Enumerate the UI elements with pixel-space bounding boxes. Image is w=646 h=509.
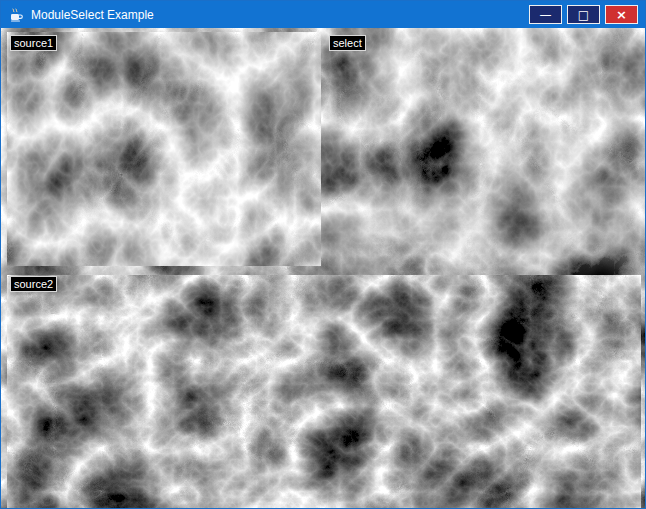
close-icon: × <box>616 8 627 21</box>
close-button[interactable]: × <box>605 5 638 24</box>
minimize-button[interactable]: — <box>529 5 562 24</box>
source1-noise-image <box>7 32 321 266</box>
application-window: ModuleSelect Example — □ × <box>0 0 646 509</box>
render-client-area: source1 select source2 <box>1 28 645 508</box>
label-select: select <box>329 35 366 51</box>
titlebar[interactable]: ModuleSelect Example — □ × <box>1 1 645 28</box>
window-title: ModuleSelect Example <box>31 8 154 22</box>
maximize-button[interactable]: □ <box>567 5 600 24</box>
source2-noise-image <box>7 275 641 508</box>
label-source2: source2 <box>10 276 57 292</box>
label-source1: source1 <box>10 35 57 51</box>
window-controls: — □ × <box>529 5 645 24</box>
minimize-icon: — <box>540 9 552 21</box>
app-icon <box>8 7 24 23</box>
maximize-icon: □ <box>578 9 589 21</box>
